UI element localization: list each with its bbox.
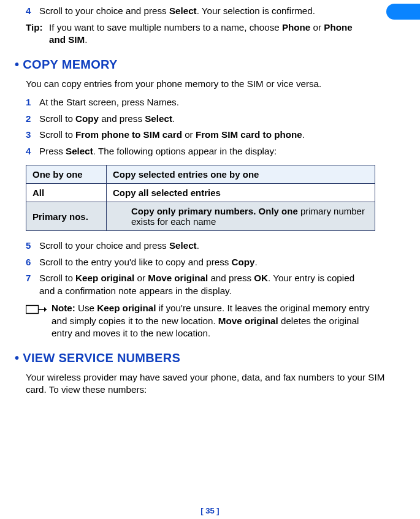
list-item: 6 Scroll to the entry you'd like to copy…	[26, 256, 369, 269]
table-row: All Copy all selected entries	[26, 184, 375, 202]
text: .	[255, 257, 258, 267]
text-bold: Move original	[148, 273, 208, 283]
text: and press	[99, 113, 145, 124]
text-bold: From phone to SIM card	[75, 129, 182, 140]
note-body: Note: Use Keep original if you're unsure…	[52, 302, 375, 340]
option-desc: Copy selected entries one by one	[107, 165, 375, 184]
list-item: 7 Scroll to Keep original or Move origin…	[26, 272, 369, 297]
step-number: 1	[26, 96, 39, 108]
list-item: 4 Scroll to your choice and press Select…	[26, 5, 369, 18]
section-heading-view-service-numbers: VIEW SERVICE NUMBERS	[15, 351, 405, 365]
option-name: Primary nos.	[26, 202, 107, 231]
step-text: Scroll to Keep original or Move original…	[39, 272, 369, 297]
option-name: All	[26, 184, 107, 202]
intro-text: You can copy entries from your phone mem…	[26, 78, 388, 91]
step-text: At the Start screen, press Names.	[39, 96, 369, 109]
text-bold: Copy selected entries one by one	[113, 169, 259, 180]
step-number: 7	[26, 272, 39, 284]
option-desc: Copy all selected entries	[107, 184, 375, 202]
text-bold: Note:	[52, 303, 75, 313]
text-bold: Phone	[282, 22, 310, 32]
svg-rect-0	[26, 306, 39, 314]
text: .	[172, 113, 175, 124]
text-bold: Copy	[75, 113, 99, 124]
text: .	[197, 240, 199, 251]
tip-label: Tip:	[26, 21, 49, 34]
text: Scroll to	[39, 129, 75, 140]
note: Note: Use Keep original if you're unsure…	[26, 302, 375, 340]
text-bold: Copy only primary numbers. Only one	[131, 206, 298, 216]
text-bold: Select	[145, 113, 172, 124]
step-number: 6	[26, 256, 39, 268]
text: If you want to save multiple numbers to …	[49, 22, 282, 32]
text-bold: Copy all selected entries	[113, 188, 221, 198]
step-number: 3	[26, 129, 39, 141]
list-item: 4 Press Select. The following options ap…	[26, 145, 369, 158]
text: Scroll to	[39, 113, 75, 124]
text: Press	[39, 146, 66, 156]
text: or	[310, 22, 324, 32]
options-table: One by one Copy selected entries one by …	[26, 165, 375, 231]
option-name: One by one	[26, 165, 107, 184]
page: 4 Scroll to your choice and press Select…	[0, 0, 420, 519]
text: Scroll to your choice and press	[39, 240, 169, 251]
text: .	[302, 129, 305, 140]
tip-body: If you want to save multiple numbers to …	[49, 21, 369, 47]
step-text: Scroll to From phone to SIM card or From…	[39, 129, 369, 142]
list-item: 5 Scroll to your choice and press Select…	[26, 240, 369, 252]
list-item: 1 At the Start screen, press Names.	[26, 96, 369, 109]
table-row: One by one Copy selected entries one by …	[26, 165, 375, 184]
step-text: Scroll to your choice and press Select.	[39, 240, 369, 252]
text-bold: Keep original	[75, 273, 134, 283]
step-number: 5	[26, 240, 39, 252]
text: and press	[208, 273, 254, 283]
step-text: Press Select. The following options appe…	[39, 145, 369, 158]
text: Scroll to	[39, 273, 75, 283]
text-bold: Select	[169, 240, 197, 251]
text: Scroll to the entry you'd like to copy a…	[39, 257, 232, 267]
step-number: 2	[26, 113, 39, 125]
text-bold: Keep original	[97, 303, 156, 313]
text-bold: Move original	[218, 316, 278, 326]
list-item: 2 Scroll to Copy and press Select.	[26, 113, 369, 126]
text-bold: OK	[254, 273, 268, 283]
text: . The following options appear in the di…	[93, 146, 277, 156]
note-icon	[26, 303, 52, 318]
text: or	[134, 273, 148, 283]
text-bold: Select	[66, 146, 93, 156]
text-bold: Copy	[232, 257, 255, 267]
side-tab	[386, 4, 420, 20]
option-desc: Copy only primary numbers. Only one prim…	[107, 202, 375, 231]
step-text: Scroll to Copy and press Select.	[39, 113, 369, 126]
text: Use	[75, 303, 97, 313]
tip: Tip: If you want to save multiple number…	[26, 21, 369, 47]
list-item: 3 Scroll to From phone to SIM card or Fr…	[26, 129, 369, 142]
step-number: 4	[26, 5, 39, 17]
intro-text: Your wireless provider may have saved yo…	[26, 371, 388, 396]
step-text: Scroll to your choice and press Select. …	[39, 5, 369, 18]
text: or	[182, 129, 196, 140]
text-bold: From SIM card to phone	[196, 129, 302, 140]
text: .	[85, 34, 87, 45]
step-text: Scroll to the entry you'd like to copy a…	[39, 256, 369, 269]
page-number: [ 35 ]	[0, 506, 420, 515]
text: . Your selection is confirmed.	[197, 6, 315, 16]
table-row: Primary nos. Copy only primary numbers. …	[26, 202, 375, 231]
text: Scroll to your choice and press	[39, 6, 169, 16]
section-heading-copy-memory: COPY MEMORY	[15, 58, 405, 72]
text-bold: Select	[169, 6, 197, 16]
step-number: 4	[26, 145, 39, 157]
